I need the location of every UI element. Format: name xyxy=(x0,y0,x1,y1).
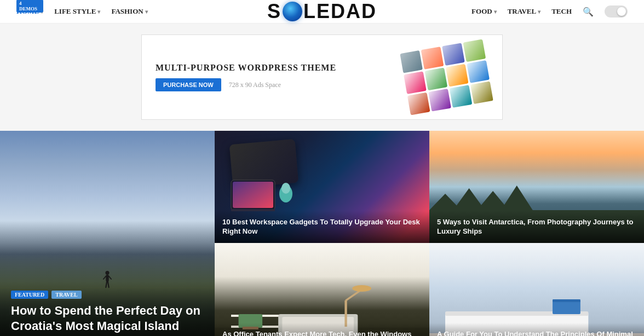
nav-lifestyle[interactable]: LIFE STYLE ▾ xyxy=(54,7,100,16)
article-gadgets-title: 10 Best Workspace Gadgets To Totally Upg… xyxy=(222,217,422,236)
ad-image-11 xyxy=(450,85,473,108)
nav-home[interactable]: 4 DEMOS HOME ▾ xyxy=(16,7,43,16)
ad-image-2 xyxy=(421,47,444,69)
article-antarctica[interactable]: 5 Ways to Visit Antarctica, From Photogr… xyxy=(429,131,644,243)
logo-text-s: S xyxy=(267,0,281,23)
article-office-image xyxy=(215,243,429,336)
logo-globe-icon xyxy=(283,2,302,21)
ad-image-9 xyxy=(407,92,430,115)
purchase-button[interactable]: PURCHASE NOW xyxy=(156,78,221,91)
nav-fashion-label: FASHION xyxy=(111,7,143,16)
ad-image-6 xyxy=(424,68,447,91)
nav-travel[interactable]: TRAVEL ▾ xyxy=(508,7,541,16)
article-living-title: A Guide For You To Understand The Princi… xyxy=(437,329,636,336)
article-tags: Featured Travel xyxy=(11,291,204,299)
article-gadgets-overlay: 10 Best Workspace Gadgets To Totally Upg… xyxy=(215,211,429,243)
svg-point-17 xyxy=(352,285,371,292)
article-office-title: As Office Tenants Expect More Tech, Even… xyxy=(222,329,422,336)
nav-tech-label: TECH xyxy=(551,7,572,16)
ad-images xyxy=(400,39,493,115)
nav-left: 4 DEMOS HOME ▾ LIFE STYLE ▾ FASHION ▾ xyxy=(16,7,148,16)
site-header: 4 DEMOS HOME ▾ LIFE STYLE ▾ FASHION ▾ S … xyxy=(0,0,644,24)
nav-food[interactable]: FOOD ▾ xyxy=(472,7,497,16)
nav-lifestyle-label: LIFE STYLE xyxy=(54,7,96,16)
nav-food-label: FOOD xyxy=(472,7,492,16)
nav-tech[interactable]: TECH xyxy=(551,7,572,16)
svg-rect-24 xyxy=(553,299,580,302)
nav-right: FOOD ▾ TRAVEL ▾ TECH 🔍 xyxy=(472,5,628,18)
svg-rect-1 xyxy=(106,275,108,281)
chevron-down-icon: ▾ xyxy=(97,9,100,15)
svg-line-2 xyxy=(104,276,106,279)
ad-image-1 xyxy=(400,50,423,73)
ad-image-5 xyxy=(404,71,427,94)
tag-featured[interactable]: Featured xyxy=(11,291,48,299)
article-gadgets[interactable]: 10 Best Workspace Gadgets To Totally Upg… xyxy=(215,131,429,243)
article-office-overlay: As Office Tenants Expect More Tech, Even… xyxy=(215,323,429,336)
svg-rect-23 xyxy=(553,300,580,314)
svg-rect-7 xyxy=(233,182,273,208)
article-living-image xyxy=(429,243,644,336)
search-icon[interactable]: 🔍 xyxy=(583,7,594,17)
chevron-down-icon: ▾ xyxy=(538,9,540,15)
ad-inner: MULTI-PURPOSE WORDPRESS THEME PURCHASE N… xyxy=(141,34,503,120)
ad-image-8 xyxy=(467,60,490,83)
svg-line-3 xyxy=(109,276,111,279)
site-logo[interactable]: S LEDAD xyxy=(267,0,377,23)
ad-image-10 xyxy=(428,89,451,112)
ad-banner: MULTI-PURPOSE WORDPRESS THEME PURCHASE N… xyxy=(0,24,644,131)
nav-fashion[interactable]: FASHION ▾ xyxy=(111,7,147,16)
article-croatia-title: How to Spend the Perfect Day on Croatia'… xyxy=(11,303,204,334)
article-antarctica-title: 5 Ways to Visit Antarctica, From Photogr… xyxy=(437,217,636,236)
ad-image-4 xyxy=(463,39,486,62)
svg-point-10 xyxy=(281,183,290,194)
article-living[interactable]: A Guide For You To Understand The Princi… xyxy=(429,243,644,336)
ad-image-12 xyxy=(470,81,493,104)
ad-image-7 xyxy=(446,64,469,87)
ad-headline: MULTI-PURPOSE WORDPRESS THEME xyxy=(156,63,336,73)
svg-point-0 xyxy=(105,271,109,275)
theme-toggle[interactable] xyxy=(605,5,628,18)
content-grid: Featured Travel How to Spend the Perfect… xyxy=(0,131,644,336)
ad-space-label: 728 x 90 Ads Space xyxy=(229,81,281,89)
demos-badge: 4 DEMOS xyxy=(16,0,43,13)
ad-image-3 xyxy=(442,43,465,66)
article-antarctica-overlay: 5 Ways to Visit Antarctica, From Photogr… xyxy=(429,211,644,243)
chevron-down-icon: ▾ xyxy=(494,9,497,15)
article-living-overlay: A Guide For You To Understand The Princi… xyxy=(429,323,644,336)
ad-text: MULTI-PURPOSE WORDPRESS THEME PURCHASE N… xyxy=(156,63,336,91)
chevron-down-icon: ▾ xyxy=(145,9,148,15)
nav-travel-label: TRAVEL xyxy=(508,7,537,16)
article-croatia-overlay: Featured Travel How to Spend the Perfect… xyxy=(0,282,215,336)
tag-travel[interactable]: Travel xyxy=(51,291,81,299)
article-croatia[interactable]: Featured Travel How to Spend the Perfect… xyxy=(0,131,215,336)
logo-text-ledad: LEDAD xyxy=(303,0,377,23)
article-office[interactable]: As Office Tenants Expect More Tech, Even… xyxy=(215,243,429,336)
